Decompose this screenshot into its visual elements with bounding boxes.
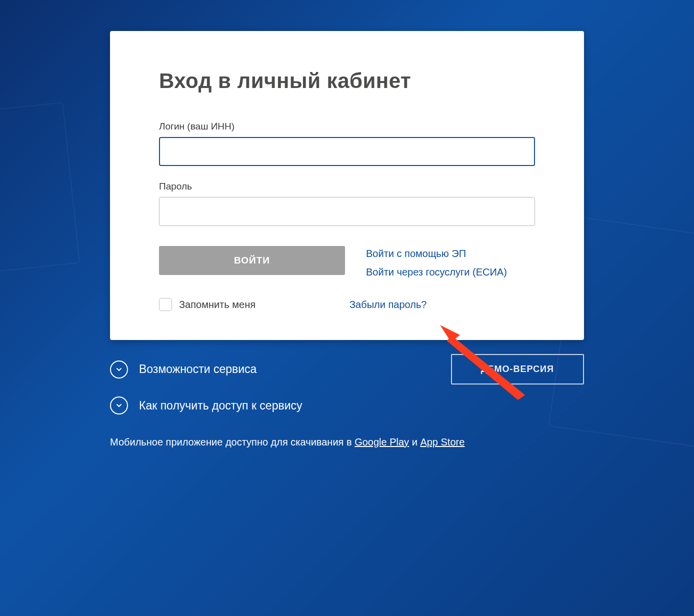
- features-expander[interactable]: Возможности сервиса: [110, 356, 256, 384]
- submit-button[interactable]: ВОЙТИ: [159, 246, 345, 275]
- mobile-sep: и: [409, 436, 420, 448]
- card-title: Вход в личный кабинет: [159, 69, 535, 93]
- chevron-down-icon: [110, 360, 128, 378]
- login-card: Вход в личный кабинет Логин (ваш ИНН) Па…: [110, 31, 584, 340]
- login-label: Логин (ваш ИНН): [159, 121, 535, 132]
- login-input[interactable]: [159, 137, 535, 166]
- alt-login-links: Войти с помощью ЭП Войти через госуслуги…: [366, 246, 507, 278]
- login-ep-link[interactable]: Войти с помощью ЭП: [366, 248, 507, 260]
- access-label: Как получить доступ к сервису: [139, 399, 302, 412]
- below-card: Возможности сервиса ДЕМО-ВЕРСИЯ Как полу…: [110, 354, 584, 420]
- mobile-app-line: Мобильное приложение доступно для скачив…: [110, 436, 584, 448]
- remember-me[interactable]: Запомнить меня: [159, 298, 256, 311]
- password-field-block: Пароль: [159, 181, 535, 226]
- mobile-prefix: Мобильное приложение доступно для скачив…: [110, 436, 354, 448]
- google-play-link[interactable]: Google Play: [354, 436, 409, 448]
- password-label: Пароль: [159, 181, 535, 192]
- demo-button[interactable]: ДЕМО-ВЕРСИЯ: [451, 354, 584, 384]
- remember-checkbox[interactable]: [159, 298, 172, 311]
- login-field-block: Логин (ваш ИНН): [159, 121, 535, 166]
- bottom-row: Запомнить меня Забыли пароль?: [159, 298, 535, 311]
- below-row-1: Возможности сервиса ДЕМО-ВЕРСИЯ: [110, 354, 584, 384]
- access-expander[interactable]: Как получить доступ к сервису: [110, 392, 584, 420]
- login-esia-link[interactable]: Войти через госуслуги (ЕСИА): [366, 266, 507, 278]
- actions-row: ВОЙТИ Войти с помощью ЭП Войти через гос…: [159, 246, 535, 278]
- chevron-down-icon: [110, 396, 128, 414]
- app-store-link[interactable]: App Store: [420, 436, 464, 448]
- password-input[interactable]: [159, 197, 535, 226]
- features-label: Возможности сервиса: [139, 362, 256, 376]
- remember-label: Запомнить меня: [179, 299, 256, 310]
- forgot-password-link[interactable]: Забыли пароль?: [350, 299, 426, 310]
